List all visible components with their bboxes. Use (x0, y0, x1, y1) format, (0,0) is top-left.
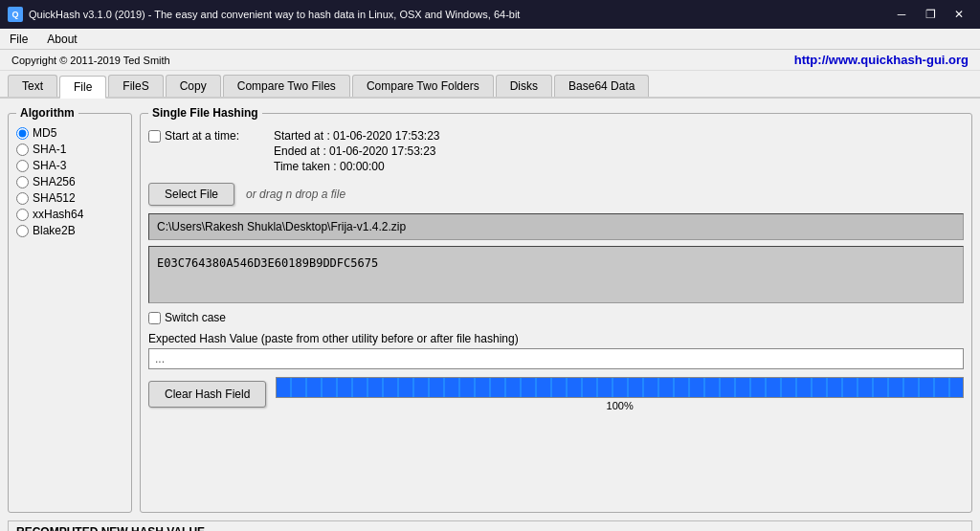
algo-radio-xxhash64[interactable] (16, 209, 29, 221)
start-time-row: Start at a time: Started at : 01-06-2020… (148, 129, 964, 173)
app-icon: Q (8, 7, 23, 22)
switch-case-row: Switch case (148, 311, 964, 324)
title-bar-left: Q QuickHash v3.1.0 (2019) - The easy and… (8, 7, 520, 22)
tab-files[interactable]: FileS (108, 75, 163, 97)
tab-text[interactable]: Text (8, 75, 57, 97)
time-taken-value: 00:00:00 (340, 160, 385, 173)
algo-label-sha512: SHA512 (33, 191, 76, 205)
progress-bar-fill (277, 378, 963, 397)
tab-compare-two[interactable]: Compare Two Files (223, 75, 350, 97)
started-at-value: 01-06-2020 17:53:23 (333, 129, 439, 143)
algo-option-sha256[interactable]: SHA256 (16, 175, 123, 188)
algo-label-xxhash64: xxHash64 (33, 208, 83, 221)
switch-case-checkbox[interactable] (148, 312, 161, 324)
title-bar-controls: ─ ❐ ✕ (888, 5, 972, 24)
title-bar: Q QuickHash v3.1.0 (2019) - The easy and… (0, 0, 980, 29)
expected-hash-label: Expected Hash Value (paste from other ut… (148, 332, 964, 345)
tabs-bar: TextFileFileSCopyCompare Two FilesCompar… (0, 71, 980, 99)
algo-radio-sha1[interactable] (16, 144, 29, 156)
file-path-display: C:\Users\Rakesh Shukla\Desktop\Frija-v1.… (148, 213, 964, 240)
start-time-checkbox-row: Start at a time: (148, 129, 239, 143)
tab-compare-two-folders[interactable]: Compare Two Folders (352, 75, 494, 97)
progress-container: 100% (276, 377, 964, 411)
algorithm-options: MD5SHA-1SHA-3SHA256SHA512xxHash64Blake2B (16, 126, 123, 237)
restore-button[interactable]: ❐ (917, 5, 944, 24)
copyright-text: Copyright © 2011-2019 Ted Smith (11, 55, 170, 66)
time-taken-row: Time taken : 00:00:00 (274, 160, 439, 173)
menu-about[interactable]: About (41, 31, 82, 48)
select-file-button[interactable]: Select File (148, 183, 234, 206)
bottom-row: Clear Hash Field 100% (148, 377, 964, 411)
website-link[interactable]: http://www.quickhash-gui.org (794, 53, 969, 67)
hash-output-display: E03C764380A546D3E60189B9DDFC5675 (148, 246, 964, 303)
algo-label-sha3: SHA-3 (33, 159, 66, 172)
close-button[interactable]: ✕ (946, 5, 972, 24)
select-file-row: Select File or drag n drop a file (148, 183, 964, 206)
algo-radio-blake2b[interactable] (16, 225, 29, 237)
progress-label: 100% (607, 400, 634, 411)
start-at-time-checkbox[interactable] (148, 130, 161, 143)
algo-label-sha1: SHA-1 (33, 143, 66, 156)
tab-base64[interactable]: Base64 Data (554, 75, 649, 97)
drag-drop-label: or drag n drop a file (246, 188, 345, 201)
algo-option-blake2b[interactable]: Blake2B (16, 224, 123, 237)
start-at-time-label: Start at a time: (165, 129, 239, 143)
algo-label-blake2b: Blake2B (33, 224, 76, 237)
started-at-label: Started at : (274, 129, 330, 143)
ended-at-row: Ended at : 01-06-2020 17:53:23 (274, 144, 439, 158)
algo-radio-md5[interactable] (16, 127, 29, 140)
algo-label-sha256: SHA256 (33, 175, 76, 188)
algo-radio-sha3[interactable] (16, 160, 29, 172)
algo-option-sha512[interactable]: SHA512 (16, 191, 123, 205)
title-bar-text: QuickHash v3.1.0 (2019) - The easy and c… (29, 9, 520, 20)
status-bar: RECOMPUTED NEW HASH VALUE. (8, 520, 972, 531)
file-hashing-legend: Single File Hashing (148, 106, 262, 120)
minimize-button[interactable]: ─ (888, 5, 915, 24)
algo-option-xxhash64[interactable]: xxHash64 (16, 208, 123, 221)
ended-at-label: Ended at : (274, 144, 326, 158)
started-at-row: Started at : 01-06-2020 17:53:23 (274, 129, 439, 143)
tab-file[interactable]: File (59, 76, 106, 99)
ended-at-value: 01-06-2020 17:53:23 (329, 144, 435, 158)
menu-bar: File About (0, 29, 980, 50)
algo-radio-sha512[interactable] (16, 192, 29, 205)
copyright-bar: Copyright © 2011-2019 Ted Smith http://w… (0, 50, 980, 71)
algo-option-sha3[interactable]: SHA-3 (16, 159, 123, 172)
algorithm-legend: Algorithm (16, 106, 78, 120)
algo-label-md5: MD5 (33, 126, 56, 140)
algo-radio-sha256[interactable] (16, 176, 29, 188)
menu-file[interactable]: File (4, 31, 33, 48)
expected-hash-input[interactable] (148, 348, 964, 369)
main-content: Algorithm MD5SHA-1SHA-3SHA256SHA512xxHas… (0, 99, 980, 520)
tab-copy[interactable]: Copy (166, 75, 221, 97)
progress-bar-track (276, 377, 964, 398)
timestamps: Started at : 01-06-2020 17:53:23 Ended a… (274, 129, 439, 173)
file-hashing-panel: Single File Hashing Start at a time: Sta… (140, 106, 972, 513)
algo-option-md5[interactable]: MD5 (16, 126, 123, 140)
tab-disks[interactable]: Disks (496, 75, 552, 97)
algorithm-panel: Algorithm MD5SHA-1SHA-3SHA256SHA512xxHas… (8, 106, 132, 513)
time-taken-label: Time taken : (274, 160, 337, 173)
clear-hash-button[interactable]: Clear Hash Field (148, 381, 266, 408)
switch-case-label: Switch case (165, 311, 226, 324)
algo-option-sha1[interactable]: SHA-1 (16, 143, 123, 156)
